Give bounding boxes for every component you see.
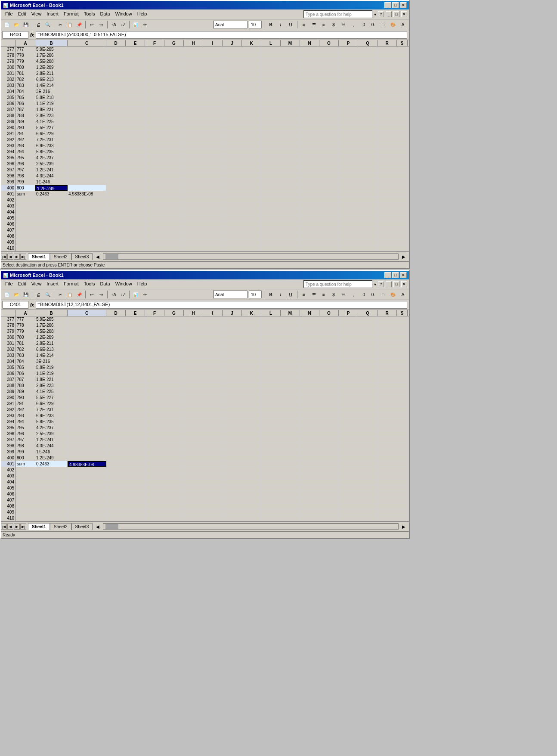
cell-n[interactable] — [300, 83, 319, 88]
copy-btn-1[interactable]: 📋 — [65, 20, 74, 29]
cell-r[interactable] — [378, 509, 397, 515]
cell-f[interactable] — [145, 335, 164, 340]
cell-p[interactable] — [339, 101, 358, 106]
cell-i[interactable] — [203, 395, 223, 400]
cell-f[interactable] — [145, 461, 164, 467]
cell-f[interactable] — [145, 221, 164, 227]
cell-b[interactable]: 6.6E-213 — [35, 347, 68, 352]
cell-q[interactable] — [358, 497, 378, 503]
cell-r[interactable] — [378, 221, 397, 227]
scroll-left-1[interactable]: ◀ — [93, 252, 102, 261]
cell-a[interactable]: 795 — [16, 155, 35, 161]
cell-h[interactable] — [184, 316, 203, 322]
cell-d[interactable] — [106, 335, 126, 340]
cell-s[interactable] — [397, 137, 408, 143]
cell-m[interactable] — [281, 245, 300, 251]
cell-i[interactable] — [203, 173, 223, 179]
cell-b[interactable]: 6.6E-229 — [35, 401, 68, 406]
cell-f[interactable] — [145, 131, 164, 136]
align-center-1[interactable]: ☰ — [309, 20, 318, 29]
cell-m[interactable] — [281, 125, 300, 130]
row-number[interactable]: 379 — [1, 59, 16, 64]
row-number[interactable]: 398 — [1, 173, 16, 179]
cell-r[interactable] — [378, 149, 397, 155]
cell-e[interactable] — [126, 491, 145, 497]
cell-p[interactable] — [339, 491, 358, 497]
cell-m[interactable] — [281, 113, 300, 118]
cell-a[interactable]: 787 — [16, 377, 35, 382]
cell-r[interactable] — [378, 419, 397, 424]
cell-e[interactable] — [126, 125, 145, 130]
cell-q[interactable] — [358, 467, 378, 473]
cell-a[interactable] — [16, 467, 35, 473]
cell-i[interactable] — [203, 497, 223, 503]
menu-view-2[interactable]: View — [29, 280, 44, 288]
cell-r[interactable] — [378, 365, 397, 370]
cell-a[interactable]: 799 — [16, 449, 35, 455]
row-number[interactable]: 385 — [1, 95, 16, 100]
cell-j[interactable] — [223, 59, 242, 64]
cell-j[interactable] — [223, 328, 242, 334]
cell-p[interactable] — [339, 107, 358, 112]
row-number[interactable]: 393 — [1, 143, 16, 149]
cell-l[interactable] — [261, 407, 281, 412]
cell-s[interactable] — [397, 101, 408, 106]
cell-l[interactable] — [261, 485, 281, 491]
cell-c[interactable] — [68, 161, 106, 167]
cell-o[interactable] — [319, 347, 339, 352]
cell-b[interactable] — [35, 215, 68, 221]
cell-c[interactable] — [68, 425, 106, 431]
cell-h[interactable] — [184, 383, 203, 388]
cell-j[interactable] — [223, 209, 242, 215]
cell-b[interactable]: 5.8E-219 — [35, 365, 68, 370]
hscrollbar-1[interactable] — [103, 254, 399, 260]
cell-n[interactable] — [300, 191, 319, 197]
cell-f[interactable] — [145, 437, 164, 443]
cell-l[interactable] — [261, 203, 281, 209]
cell-d[interactable] — [106, 59, 126, 64]
menu-tools-1[interactable]: Tools — [81, 10, 98, 18]
cell-p[interactable] — [339, 131, 358, 136]
cell-n[interactable] — [300, 467, 319, 473]
cell-f[interactable] — [145, 443, 164, 449]
cell-i[interactable] — [203, 203, 223, 209]
cell-h[interactable] — [184, 107, 203, 112]
cell-q[interactable] — [358, 503, 378, 509]
cell-d[interactable] — [106, 359, 126, 364]
cell-d[interactable] — [106, 53, 126, 58]
scroll-left-2[interactable]: ◀ — [93, 522, 102, 531]
menu-edit-2[interactable]: Edit — [15, 280, 29, 288]
cell-h[interactable] — [184, 65, 203, 70]
cell-k[interactable] — [242, 485, 261, 491]
cell-o[interactable] — [319, 383, 339, 388]
row-number[interactable]: 405 — [1, 215, 16, 221]
cell-j[interactable] — [223, 497, 242, 503]
cell-l[interactable] — [261, 59, 281, 64]
row-number[interactable]: 394 — [1, 149, 16, 155]
cell-i[interactable] — [203, 89, 223, 94]
cell-i[interactable] — [203, 46, 223, 52]
col-header-d-1[interactable]: D — [106, 40, 126, 46]
cell-a[interactable]: 791 — [16, 401, 35, 406]
row-number[interactable]: 400 — [1, 455, 16, 461]
cell-m[interactable] — [281, 371, 300, 376]
cell-m[interactable] — [281, 185, 300, 191]
cell-c[interactable] — [68, 497, 106, 503]
cell-r[interactable] — [378, 503, 397, 509]
cell-s[interactable] — [397, 161, 408, 167]
border-btn-1[interactable]: □ — [379, 20, 387, 29]
cell-d[interactable] — [106, 155, 126, 161]
cell-s[interactable] — [397, 227, 408, 233]
cell-h[interactable] — [184, 113, 203, 118]
cell-h[interactable] — [184, 509, 203, 515]
cell-p[interactable] — [339, 473, 358, 479]
cell-p[interactable] — [339, 113, 358, 118]
cell-c[interactable] — [68, 131, 106, 136]
cell-l[interactable] — [261, 239, 281, 245]
cell-f[interactable] — [145, 359, 164, 364]
cell-j[interactable] — [223, 377, 242, 382]
cell-p[interactable] — [339, 401, 358, 406]
cell-o[interactable] — [319, 395, 339, 400]
cell-n[interactable] — [300, 221, 319, 227]
tab-sheet3-1[interactable]: Sheet3 — [71, 253, 93, 260]
